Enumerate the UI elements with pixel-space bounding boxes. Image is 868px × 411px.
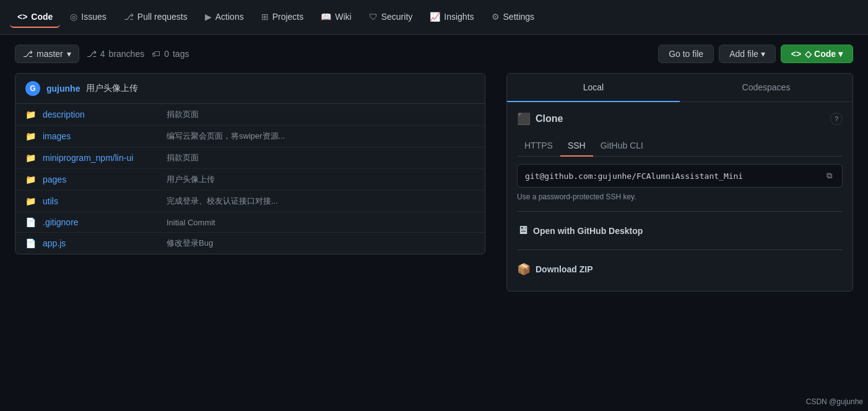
actions-icon: ▶ — [205, 12, 212, 22]
file-name[interactable]: .gitignore — [43, 217, 167, 227]
panel-tabs: Local Codespaces — [507, 74, 853, 102]
clone-url: git@github.com:gujunhe/FCAlumniAssistant… — [525, 171, 819, 181]
add-file-button[interactable]: Add file ▾ — [719, 45, 776, 63]
file-name[interactable]: app.js — [43, 238, 167, 248]
branches-link[interactable]: ⎇ 4 branches — [87, 49, 144, 59]
clone-subtabs: HTTPS SSH GitHub CLI — [517, 136, 843, 157]
download-zip-button[interactable]: 📦 Download ZIP — [517, 257, 843, 281]
file-name[interactable]: miniprogram_npm/lin-ui — [43, 153, 167, 163]
branch-selector[interactable]: ⎇ master ▾ — [15, 45, 79, 63]
tab-local[interactable]: Local — [507, 74, 680, 102]
code-diamond-icon: <> — [791, 49, 801, 59]
tab-codespaces[interactable]: Codespaces — [680, 74, 853, 102]
add-file-chevron-icon: ▾ — [761, 49, 765, 59]
file-commit: 捐款页面 — [167, 109, 383, 120]
tab-local-label: Local — [583, 82, 604, 92]
file-name[interactable]: utils — [43, 196, 167, 206]
copy-icon: ⧉ — [827, 171, 832, 180]
settings-icon: ⚙ — [492, 12, 500, 22]
nav-settings[interactable]: ⚙ Settings — [484, 7, 542, 28]
nav-wiki[interactable]: 📖 Wiki — [313, 7, 358, 28]
subtab-ssh-label: SSH — [568, 141, 586, 150]
watermark: CSDN @gujunhe — [806, 397, 863, 406]
commit-author[interactable]: gujunhe — [46, 84, 80, 93]
issues-icon: ◎ — [70, 12, 77, 22]
file-commit: 编写云聚会页面，将swiper资源... — [167, 131, 383, 142]
download-zip-label: Download ZIP — [536, 264, 593, 274]
nav-issues-label: Issues — [81, 12, 106, 22]
wiki-icon: 📖 — [321, 12, 331, 22]
nav-pull-requests-label: Pull requests — [137, 12, 188, 22]
branches-count: 4 — [100, 49, 105, 59]
file-commit: Initial Commit — [167, 218, 383, 227]
table-row[interactable]: 📁 description 捐款页面 — [15, 104, 485, 126]
table-row[interactable]: 📄 .gitignore Initial Commit — [15, 212, 485, 233]
projects-icon: ⊞ — [261, 12, 269, 22]
file-name[interactable]: pages — [43, 175, 167, 184]
nav-security-label: Security — [381, 12, 413, 22]
clone-title-left: ⬛ Clone — [517, 112, 563, 126]
code-icon: <> — [17, 12, 27, 22]
nav-code[interactable]: <> Code — [10, 7, 60, 28]
file-commit: 完成登录、校友认证接口对接... — [167, 196, 383, 207]
folder-icon: 📁 — [25, 110, 38, 119]
nav-settings-label: Settings — [503, 12, 535, 22]
subtab-cli-label: GitHub CLI — [601, 141, 643, 150]
file-table: G gujunhe 用户头像上传 📁 description 捐款页面 📁 im… — [15, 73, 485, 254]
table-row[interactable]: 📁 miniprogram_npm/lin-ui 捐款页面 — [15, 147, 485, 169]
tags-link[interactable]: 🏷 0 tags — [152, 49, 189, 59]
top-nav: <> Code ◎ Issues ⎇ Pull requests ▶ Actio… — [0, 0, 868, 35]
nav-pull-requests[interactable]: ⎇ Pull requests — [116, 7, 195, 28]
download-icon: 📦 — [517, 262, 531, 276]
nav-insights-label: Insights — [444, 12, 474, 22]
branch-chevron-icon: ▾ — [67, 49, 71, 59]
nav-security[interactable]: 🛡 Security — [362, 7, 420, 28]
folder-icon: 📁 — [25, 153, 38, 163]
code-button[interactable]: <> ◇ Code ▾ — [781, 45, 853, 63]
tag-icon: 🏷 — [152, 49, 160, 59]
copy-button[interactable]: ⧉ — [824, 170, 835, 182]
open-desktop-button[interactable]: 🖥 Open with GitHub Desktop — [517, 219, 843, 242]
subtab-ssh[interactable]: SSH — [560, 136, 593, 157]
clone-title-label: Clone — [536, 113, 563, 124]
file-icon: 📄 — [25, 238, 38, 248]
desktop-icon: 🖥 — [517, 224, 528, 237]
file-commit: 用户头像上传 — [167, 174, 383, 185]
nav-actions[interactable]: ▶ Actions — [197, 7, 251, 28]
table-row[interactable]: 📁 images 编写云聚会页面，将swiper资源... — [15, 126, 485, 147]
folder-icon: 📁 — [25, 175, 38, 184]
nav-projects-label: Projects — [272, 12, 304, 22]
avatar-letter: G — [30, 84, 35, 93]
commit-message: 用户头像上传 — [86, 83, 138, 94]
toolbar-actions: Go to file Add file ▾ <> ◇ Code ▾ — [658, 45, 853, 63]
main-content: G gujunhe 用户头像上传 📁 description 捐款页面 📁 im… — [0, 73, 868, 254]
table-row[interactable]: 📁 pages 用户头像上传 — [15, 169, 485, 191]
folder-icon: 📁 — [25, 131, 38, 141]
help-icon[interactable]: ? — [830, 113, 843, 125]
open-desktop-label: Open with GitHub Desktop — [533, 226, 643, 236]
tags-text: tags — [173, 49, 189, 59]
file-name[interactable]: images — [43, 131, 167, 141]
commit-header: G gujunhe 用户头像上传 — [15, 74, 485, 104]
go-to-file-label: Go to file — [669, 49, 703, 59]
nav-code-label: Code — [31, 12, 53, 22]
file-icon: 📄 — [25, 217, 38, 227]
subtab-cli[interactable]: GitHub CLI — [593, 136, 651, 156]
panel-body: ⬛ Clone ? HTTPS SSH GitHub CLI git@gi — [507, 102, 853, 291]
code-button-label: ◇ Code ▾ — [805, 49, 843, 59]
nav-insights[interactable]: 📈 Insights — [422, 7, 481, 28]
clone-title-row: ⬛ Clone ? — [517, 112, 843, 126]
file-name[interactable]: description — [43, 110, 167, 119]
nav-issues[interactable]: ◎ Issues — [63, 7, 113, 28]
add-file-label: Add file — [729, 49, 758, 59]
subtab-https[interactable]: HTTPS — [517, 136, 560, 156]
file-commit: 捐款页面 — [167, 152, 383, 163]
avatar: G — [25, 81, 40, 96]
insights-icon: 📈 — [430, 12, 440, 22]
go-to-file-button[interactable]: Go to file — [658, 45, 714, 63]
table-row[interactable]: 📁 utils 完成登录、校友认证接口对接... — [15, 191, 485, 212]
branches-text: branches — [109, 49, 145, 59]
table-row[interactable]: 📄 app.js 修改登录Bug — [15, 233, 485, 254]
terminal-icon: ⬛ — [517, 112, 531, 126]
nav-projects[interactable]: ⊞ Projects — [254, 7, 311, 28]
